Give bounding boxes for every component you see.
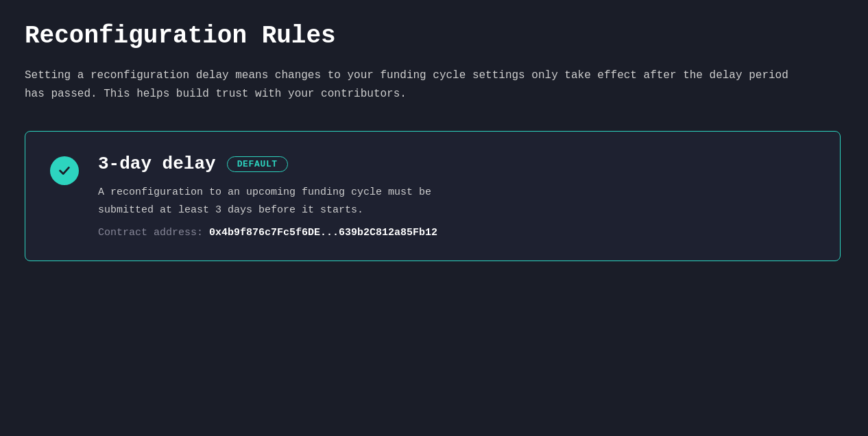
option-description: A reconfiguration to an upcoming funding… [98, 184, 815, 219]
selected-indicator [50, 156, 79, 185]
page-description: Setting a reconfiguration delay means ch… [25, 66, 813, 104]
page-title: Reconfiguration Rules [25, 22, 843, 50]
contract-address-value: 0x4b9f876c7Fc5f6DE...639b2C812a85Fb12 [209, 227, 437, 239]
contract-address-row: Contract address: 0x4b9f876c7Fc5f6DE...6… [98, 227, 815, 239]
default-badge: DEFAULT [227, 156, 288, 172]
option-header: 3-day delay DEFAULT [98, 154, 815, 174]
option-content: 3-day delay DEFAULT A reconfiguration to… [98, 154, 815, 239]
option-card[interactable]: 3-day delay DEFAULT A reconfiguration to… [25, 131, 841, 261]
contract-label: Contract address: [98, 227, 203, 239]
option-title: 3-day delay [98, 154, 216, 174]
